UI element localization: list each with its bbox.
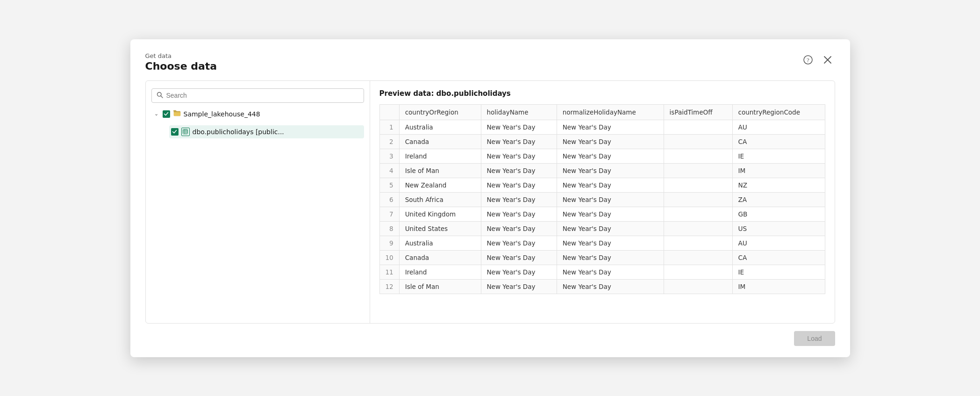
row-number: 5 xyxy=(379,178,399,192)
cell-countryRegionCode: AU xyxy=(732,236,825,250)
cell-normalizeHolidayName: New Year's Day xyxy=(557,207,664,221)
cell-holidayName: New Year's Day xyxy=(481,149,557,163)
cell-isPaidTimeOff xyxy=(664,178,732,192)
row-number: 11 xyxy=(379,265,399,279)
search-icon xyxy=(157,92,163,100)
help-button[interactable]: ? xyxy=(801,52,815,67)
cell-holidayName: New Year's Day xyxy=(481,178,557,192)
left-panel: ⌄ Sample_lakehouse_448 xyxy=(146,81,370,323)
cell-normalizeHolidayName: New Year's Day xyxy=(557,178,664,192)
title-group: Get data Choose data xyxy=(145,52,217,72)
table-row: 4Isle of ManNew Year's DayNew Year's Day… xyxy=(379,163,825,178)
dialog-footer: Load xyxy=(145,331,835,346)
close-button[interactable] xyxy=(820,52,835,67)
cell-normalizeHolidayName: New Year's Day xyxy=(557,236,664,250)
row-number: 9 xyxy=(379,236,399,250)
cell-holidayName: New Year's Day xyxy=(481,120,557,134)
table-row: 2CanadaNew Year's DayNew Year's DayCA xyxy=(379,134,825,149)
lakehouse-checkbox[interactable] xyxy=(163,110,170,118)
row-number: 2 xyxy=(379,134,399,149)
cell-countryRegionCode: IM xyxy=(732,163,825,178)
cell-countryOrRegion: South Africa xyxy=(399,192,481,207)
chevron-down-icon: ⌄ xyxy=(153,111,160,117)
cell-isPaidTimeOff xyxy=(664,250,732,265)
cell-holidayName: New Year's Day xyxy=(481,221,557,236)
load-button[interactable]: Load xyxy=(794,331,835,346)
row-number: 10 xyxy=(379,250,399,265)
table-row: 3IrelandNew Year's DayNew Year's DayIE xyxy=(379,149,825,163)
table-row: 5New ZealandNew Year's DayNew Year's Day… xyxy=(379,178,825,192)
tree-child: dbo.publicholidays [public... xyxy=(169,125,364,138)
cell-holidayName: New Year's Day xyxy=(481,163,557,178)
cell-normalizeHolidayName: New Year's Day xyxy=(557,250,664,265)
tree-item-lakehouse[interactable]: ⌄ Sample_lakehouse_448 xyxy=(151,108,364,121)
table-row: 9AustraliaNew Year's DayNew Year's DayAU xyxy=(379,236,825,250)
cell-countryRegionCode: GB xyxy=(732,207,825,221)
cell-holidayName: New Year's Day xyxy=(481,192,557,207)
cell-countryRegionCode: CA xyxy=(732,250,825,265)
cell-countryOrRegion: Ireland xyxy=(399,265,481,279)
search-box[interactable] xyxy=(151,88,364,103)
cell-normalizeHolidayName: New Year's Day xyxy=(557,120,664,134)
get-data-label: Get data xyxy=(145,52,217,59)
cell-countryRegionCode: IM xyxy=(732,279,825,294)
cell-countryOrRegion: United Kingdom xyxy=(399,207,481,221)
cell-countryOrRegion: United States xyxy=(399,221,481,236)
col-header-rownum xyxy=(379,104,399,120)
cell-isPaidTimeOff xyxy=(664,134,732,149)
cell-countryOrRegion: Isle of Man xyxy=(399,279,481,294)
row-number: 12 xyxy=(379,279,399,294)
cell-normalizeHolidayName: New Year's Day xyxy=(557,279,664,294)
cell-countryOrRegion: Canada xyxy=(399,134,481,149)
row-number: 1 xyxy=(379,120,399,134)
row-number: 3 xyxy=(379,149,399,163)
dialog: Get data Choose data ? xyxy=(130,39,850,357)
cell-countryRegionCode: US xyxy=(732,221,825,236)
table-icon xyxy=(181,128,190,136)
col-header-countryOrRegion: countryOrRegion xyxy=(399,104,481,120)
svg-line-5 xyxy=(161,96,163,98)
cell-isPaidTimeOff xyxy=(664,163,732,178)
cell-isPaidTimeOff xyxy=(664,236,732,250)
cell-holidayName: New Year's Day xyxy=(481,265,557,279)
tree-item-table[interactable]: dbo.publicholidays [public... xyxy=(169,125,364,138)
cell-countryOrRegion: Australia xyxy=(399,236,481,250)
cell-holidayName: New Year's Day xyxy=(481,250,557,265)
cell-countryOrRegion: Isle of Man xyxy=(399,163,481,178)
search-input[interactable] xyxy=(166,92,359,99)
right-panel: Preview data: dbo.publicholidays country… xyxy=(370,81,835,323)
table-label: dbo.publicholidays [public... xyxy=(193,128,284,136)
cell-normalizeHolidayName: New Year's Day xyxy=(557,163,664,178)
col-header-countryRegionCode: countryRegionCode xyxy=(732,104,825,120)
cell-isPaidTimeOff xyxy=(664,221,732,236)
table-row: 10CanadaNew Year's DayNew Year's DayCA xyxy=(379,250,825,265)
cell-isPaidTimeOff xyxy=(664,207,732,221)
table-row: 8United StatesNew Year's DayNew Year's D… xyxy=(379,221,825,236)
lakehouse-label: Sample_lakehouse_448 xyxy=(184,110,260,118)
dialog-body: ⌄ Sample_lakehouse_448 xyxy=(145,80,835,324)
cell-holidayName: New Year's Day xyxy=(481,279,557,294)
folder-icon xyxy=(173,110,181,118)
cell-countryOrRegion: New Zealand xyxy=(399,178,481,192)
header-actions: ? xyxy=(801,52,835,67)
table-checkbox[interactable] xyxy=(171,128,179,136)
cell-normalizeHolidayName: New Year's Day xyxy=(557,221,664,236)
page-title: Choose data xyxy=(145,60,217,72)
cell-countryRegionCode: NZ xyxy=(732,178,825,192)
table-row: 6South AfricaNew Year's DayNew Year's Da… xyxy=(379,192,825,207)
cell-normalizeHolidayName: New Year's Day xyxy=(557,265,664,279)
cell-isPaidTimeOff xyxy=(664,120,732,134)
cell-countryRegionCode: AU xyxy=(732,120,825,134)
cell-holidayName: New Year's Day xyxy=(481,134,557,149)
cell-holidayName: New Year's Day xyxy=(481,207,557,221)
cell-isPaidTimeOff xyxy=(664,279,732,294)
cell-isPaidTimeOff xyxy=(664,149,732,163)
dialog-header: Get data Choose data ? xyxy=(145,52,835,72)
col-header-isPaidTimeOff: isPaidTimeOff xyxy=(664,104,732,120)
col-header-normalizeHolidayName: normalizeHolidayName xyxy=(557,104,664,120)
cell-countryOrRegion: Australia xyxy=(399,120,481,134)
cell-countryRegionCode: IE xyxy=(732,149,825,163)
table-row: 11IrelandNew Year's DayNew Year's DayIE xyxy=(379,265,825,279)
preview-table: countryOrRegion holidayName normalizeHol… xyxy=(379,104,825,294)
cell-normalizeHolidayName: New Year's Day xyxy=(557,134,664,149)
